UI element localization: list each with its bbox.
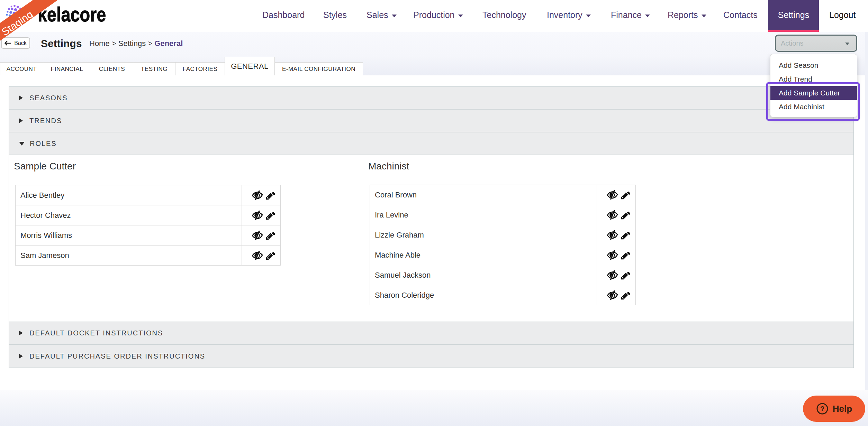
svg-text:?: ? — [820, 405, 824, 413]
